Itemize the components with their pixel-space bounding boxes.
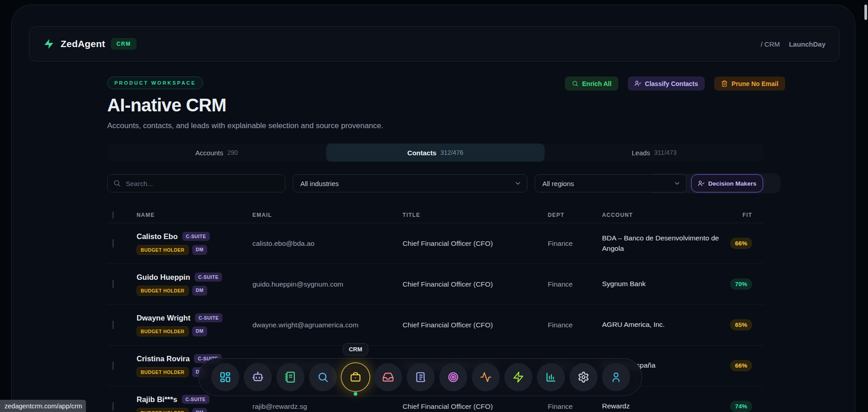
prune-no-email-button[interactable]: Prune No Email: [714, 77, 785, 91]
tag-badge: BUDGET HOLDER: [137, 408, 189, 412]
seniority-badge: C-SUITE: [195, 313, 223, 322]
dock-item-activity[interactable]: [472, 363, 500, 391]
contact-title: Chief Financial Officer (CFO): [403, 280, 548, 288]
tab-label: Contacts: [408, 149, 436, 157]
contact-name: Cristina Rovira: [137, 355, 190, 363]
contact-email: calisto.ebo@bda.ao: [252, 240, 403, 248]
dock-item-profile[interactable]: [602, 363, 630, 391]
decision-makers-toggle[interactable]: Decision Makers: [691, 174, 763, 192]
dock-item-analytics[interactable]: [537, 363, 565, 391]
dock-item-notebook[interactable]: [276, 363, 304, 391]
classify-contacts-button[interactable]: Classify Contacts: [628, 77, 705, 91]
contact-email: rajib@rewardz.sg: [252, 402, 403, 411]
tab-count: 312/476: [441, 149, 464, 156]
region-select[interactable]: All regions: [535, 174, 687, 192]
brand-crm-chip: CRM: [111, 38, 136, 50]
briefcase-icon: [350, 371, 361, 383]
table-row[interactable]: Calisto Ebo C-SUITE BUDGET HOLDERDM cali…: [107, 223, 764, 264]
user-check-icon: [698, 180, 705, 187]
seniority-badge: C-SUITE: [182, 232, 210, 241]
enrich-all-label: Enrich All: [582, 80, 612, 87]
tab-accounts[interactable]: Accounts 290: [107, 144, 326, 162]
contact-dept: Finance: [548, 280, 602, 288]
lightning-bolt-icon: [43, 38, 55, 50]
tag-line: BUDGET HOLDERDM: [137, 408, 252, 412]
scrollbar-thumb[interactable]: [864, 5, 867, 20]
select-all-checkbox[interactable]: [113, 211, 114, 219]
fit-score-badge: 66%: [730, 238, 752, 249]
breadcrumb: / CRM LaunchDay: [761, 40, 825, 48]
breadcrumb-path[interactable]: / CRM: [761, 40, 780, 48]
breadcrumb-current[interactable]: LaunchDay: [789, 40, 825, 48]
contact-name: Guido Hueppin: [137, 273, 190, 282]
tag-badge: BUDGET HOLDER: [137, 245, 189, 255]
fit-score-badge: 66%: [730, 360, 752, 371]
brand-name: ZedAgent: [61, 38, 105, 49]
table-row[interactable]: Guido Hueppin C-SUITE BUDGET HOLDERDM gu…: [107, 264, 764, 305]
chevron-down-icon: [514, 180, 522, 187]
industry-select-value: All industries: [300, 180, 339, 187]
app-frame: ZedAgent CRM / CRM LaunchDay PRODUCT WOR…: [11, 5, 855, 412]
dock-item-inbox[interactable]: [374, 363, 402, 391]
contact-email: dwayne.wright@agruamerica.com: [252, 321, 403, 329]
tag-badge: BUDGET HOLDER: [137, 367, 189, 377]
row-checkbox[interactable]: [113, 321, 114, 329]
dock-item-settings[interactable]: [569, 363, 598, 391]
table-row[interactable]: Dwayne Wright C-SUITE BUDGET HOLDERDM dw…: [107, 305, 764, 345]
tag-badge: BUDGET HOLDER: [137, 286, 189, 296]
contact-dept: Finance: [548, 402, 602, 411]
user-check-icon: [635, 80, 641, 87]
hero-section: PRODUCT WORKSPACE AI-native CRM Accounts…: [107, 77, 384, 130]
region-select-value: All regions: [542, 180, 574, 187]
industry-select[interactable]: All industries: [293, 174, 527, 192]
dock-item-agent-bot[interactable]: [244, 363, 272, 391]
zap-icon: [512, 371, 524, 383]
enrich-all-button[interactable]: Enrich All: [565, 77, 618, 91]
app-header: ZedAgent CRM / CRM LaunchDay: [29, 26, 840, 62]
tag-line: BUDGET HOLDERDM: [137, 245, 252, 255]
classify-contacts-label: Classify Contacts: [645, 80, 698, 87]
scroll-icon: [415, 371, 427, 383]
inbox-icon: [382, 371, 394, 383]
contact-name: Rajib Bi***s: [137, 395, 177, 404]
seniority-badge: C-SUITE: [194, 273, 222, 282]
tag-line: BUDGET HOLDERDM: [137, 286, 252, 296]
tag-badge: DM: [192, 408, 207, 412]
tag-badge: DM: [192, 245, 207, 255]
row-checkbox[interactable]: [113, 280, 114, 288]
dock-item-target[interactable]: [439, 363, 467, 391]
gear-icon: [578, 371, 589, 383]
tag-line: BUDGET HOLDERDM: [137, 326, 252, 336]
dock-item-scroll[interactable]: [407, 363, 435, 391]
contact-name: Calisto Ebo: [137, 232, 178, 241]
contact-title: Chief Financial Officer (CFO): [403, 240, 548, 248]
contact-account: AGRU America, Inc.: [602, 321, 665, 328]
search-box: [107, 174, 285, 192]
search-input[interactable]: [107, 174, 285, 192]
bot-icon: [252, 371, 264, 383]
tabs: Accounts 290 Contacts 312/476 Leads 311/…: [107, 144, 764, 162]
column-header-fit: FIT: [736, 212, 764, 218]
contact-account: BDA – Banco de Desenvolvimento de Angola: [602, 234, 719, 252]
dock-item-dashboard[interactable]: [211, 363, 239, 391]
dock-item-crm[interactable]: CRM: [342, 363, 370, 391]
dock-tooltip: CRM: [343, 343, 368, 355]
tab-leads[interactable]: Leads 311/473: [545, 144, 764, 162]
column-header-name: NAME: [137, 212, 252, 218]
layout-dashboard-icon: [219, 371, 231, 383]
dock-item-automation[interactable]: [504, 363, 532, 391]
fit-score-badge: 65%: [730, 319, 752, 331]
tab-contacts[interactable]: Contacts 312/476: [326, 144, 545, 162]
fit-score-badge: 74%: [730, 401, 752, 412]
link-status-bubble: zedagentcrm.com/app/crm: [0, 400, 86, 412]
tab-label: Leads: [631, 149, 650, 157]
row-checkbox[interactable]: [113, 402, 114, 411]
column-header-dept: DEPT: [548, 212, 602, 218]
page-title: AI-native CRM: [107, 95, 384, 115]
dock-item-search[interactable]: [309, 363, 337, 391]
app-dock: CRM: [198, 358, 642, 396]
column-header-account: ACCOUNT: [602, 212, 736, 218]
search-icon: [317, 371, 329, 383]
row-checkbox[interactable]: [113, 361, 114, 370]
row-checkbox[interactable]: [113, 239, 114, 248]
